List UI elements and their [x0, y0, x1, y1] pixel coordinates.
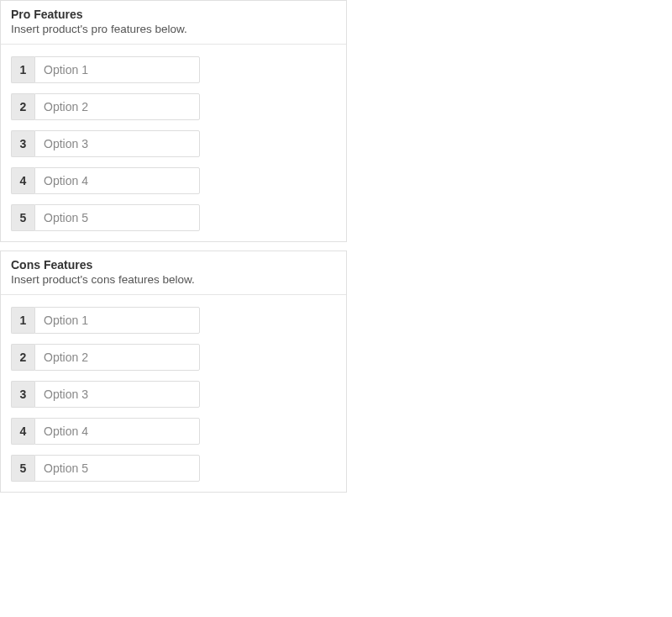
- cons-option-row: 4: [11, 418, 200, 445]
- option-number-label: 5: [11, 455, 34, 482]
- pro-option-row: 3: [11, 130, 200, 157]
- option-number-label: 4: [11, 418, 34, 445]
- cons-features-subtitle: Insert product's cons features below.: [11, 273, 336, 286]
- cons-option-input-1[interactable]: [34, 307, 200, 334]
- pro-option-row: 5: [11, 204, 200, 231]
- option-number-label: 3: [11, 381, 34, 408]
- pro-option-input-1[interactable]: [34, 56, 200, 83]
- option-number-label: 2: [11, 93, 34, 120]
- cons-option-row: 1: [11, 307, 200, 334]
- pro-option-input-3[interactable]: [34, 130, 200, 157]
- cons-option-input-3[interactable]: [34, 381, 200, 408]
- option-number-label: 1: [11, 56, 34, 83]
- cons-option-row: 5: [11, 455, 200, 482]
- cons-features-title: Cons Features: [11, 258, 336, 272]
- cons-option-row: 2: [11, 344, 200, 371]
- pro-features-panel: Pro Features Insert product's pro featur…: [0, 0, 347, 242]
- cons-features-panel: Cons Features Insert product's cons feat…: [0, 250, 347, 493]
- pro-option-row: 1: [11, 56, 200, 83]
- cons-option-row: 3: [11, 381, 200, 408]
- cons-features-body: 1 2 3 4 5: [1, 295, 346, 492]
- pro-option-input-5[interactable]: [34, 204, 200, 231]
- option-number-label: 1: [11, 307, 34, 334]
- pro-features-subtitle: Insert product's pro features below.: [11, 23, 336, 35]
- pro-option-input-4[interactable]: [34, 167, 200, 194]
- pro-option-input-2[interactable]: [34, 93, 200, 120]
- pro-features-body: 1 2 3 4 5: [1, 45, 346, 241]
- option-number-label: 4: [11, 167, 34, 194]
- pro-features-header: Pro Features Insert product's pro featur…: [1, 1, 346, 45]
- option-number-label: 5: [11, 204, 34, 231]
- cons-option-input-2[interactable]: [34, 344, 200, 371]
- option-number-label: 3: [11, 130, 34, 157]
- cons-option-input-5[interactable]: [34, 455, 200, 482]
- option-number-label: 2: [11, 344, 34, 371]
- pro-features-title: Pro Features: [11, 8, 336, 21]
- pro-option-row: 4: [11, 167, 200, 194]
- pro-option-row: 2: [11, 93, 200, 120]
- cons-option-input-4[interactable]: [34, 418, 200, 445]
- cons-features-header: Cons Features Insert product's cons feat…: [1, 251, 346, 295]
